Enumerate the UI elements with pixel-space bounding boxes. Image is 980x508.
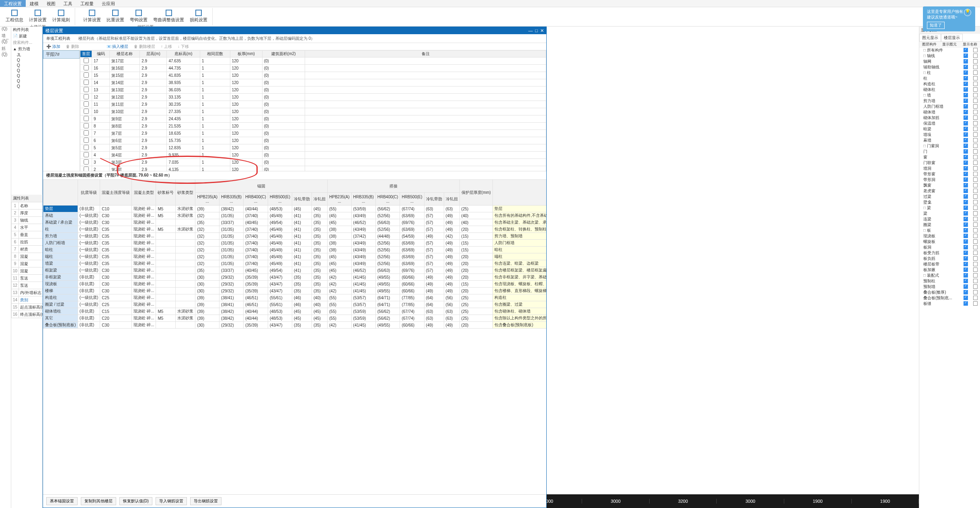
svg-rect-3 bbox=[89, 10, 95, 16]
menu-2[interactable]: 视图 bbox=[43, 0, 59, 7]
help-tip-confirm[interactable]: 知道了 bbox=[927, 22, 945, 27]
menu-4[interactable]: 工程量 bbox=[76, 0, 98, 7]
menu-3[interactable]: 工具 bbox=[59, 0, 76, 7]
ribbon-工程信息[interactable]: 工程信息 bbox=[4, 8, 25, 24]
menu-0[interactable]: 工程设置 bbox=[0, 0, 26, 7]
svg-rect-2 bbox=[58, 10, 64, 16]
ribbon-计算设置[interactable]: 计算设置 bbox=[82, 8, 103, 24]
help-tip-popover: 💡 这里是专家用户独有建议反馈通道哦~ 知道了 bbox=[923, 6, 975, 27]
menu-1[interactable]: 建模 bbox=[26, 0, 43, 7]
svg-rect-1 bbox=[35, 10, 41, 16]
ribbon-比重设置[interactable]: 比重设置 bbox=[105, 8, 126, 24]
svg-rect-6 bbox=[166, 10, 172, 16]
svg-rect-4 bbox=[113, 10, 118, 16]
svg-rect-7 bbox=[196, 10, 201, 16]
ribbon-损耗设置[interactable]: 损耗设置 bbox=[188, 8, 209, 24]
ribbon-弯曲调整值设置[interactable]: 弯曲调整值设置 bbox=[152, 8, 186, 24]
lightbulb-icon: 💡 bbox=[964, 9, 971, 16]
ribbon-计算设置[interactable]: 计算设置 bbox=[27, 8, 48, 24]
svg-rect-0 bbox=[12, 10, 17, 16]
ribbon-弯钩设置[interactable]: 弯钩设置 bbox=[128, 8, 149, 24]
menu-5[interactable]: 云应用 bbox=[98, 0, 119, 7]
menu-bar: 工程设置建模视图工具工程量云应用 bbox=[0, 0, 980, 7]
svg-rect-5 bbox=[136, 10, 141, 16]
ribbon-计算规则[interactable]: 计算规则 bbox=[51, 8, 72, 24]
ribbon-toolbar: 工程信息计算设置计算规则土建设置计算设置比重设置弯钩设置弯曲调整值设置损耗设置钢… bbox=[0, 7, 980, 27]
